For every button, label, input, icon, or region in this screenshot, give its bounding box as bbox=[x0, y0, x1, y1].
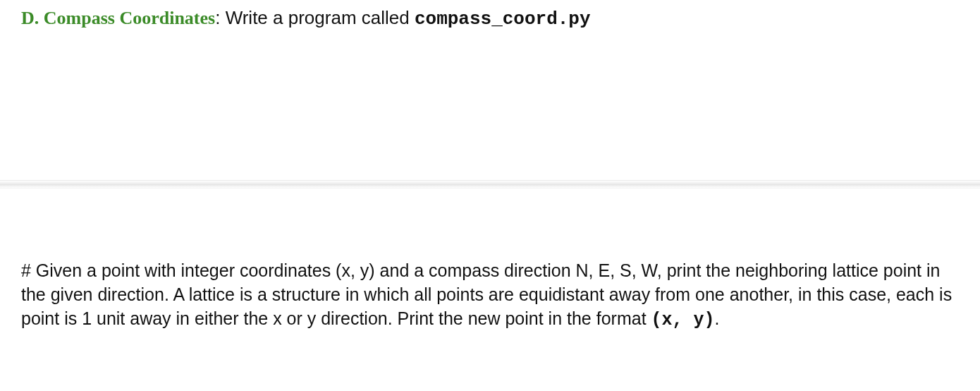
heading-prefix: D. Compass Coordinates bbox=[21, 8, 215, 28]
instruction-paragraph: # Given a point with integer coordinates… bbox=[21, 259, 959, 332]
section-divider bbox=[0, 180, 980, 188]
heading-filename: compass_coord.py bbox=[415, 8, 591, 30]
instruction-period: . bbox=[715, 308, 720, 328]
vertical-spacer bbox=[0, 32, 980, 180]
heading-colon: : bbox=[215, 7, 225, 28]
page-root: D. Compass Coordinates: Write a program … bbox=[0, 0, 980, 391]
instruction-text: # Given a point with integer coordinates… bbox=[21, 260, 952, 328]
heading-tail: Write a program called bbox=[226, 7, 415, 28]
heading-line: D. Compass Coordinates: Write a program … bbox=[21, 6, 959, 32]
body-section: # Given a point with integer coordinates… bbox=[0, 188, 980, 346]
format-code: (x, y) bbox=[651, 310, 715, 330]
heading-section: D. Compass Coordinates: Write a program … bbox=[0, 0, 980, 32]
